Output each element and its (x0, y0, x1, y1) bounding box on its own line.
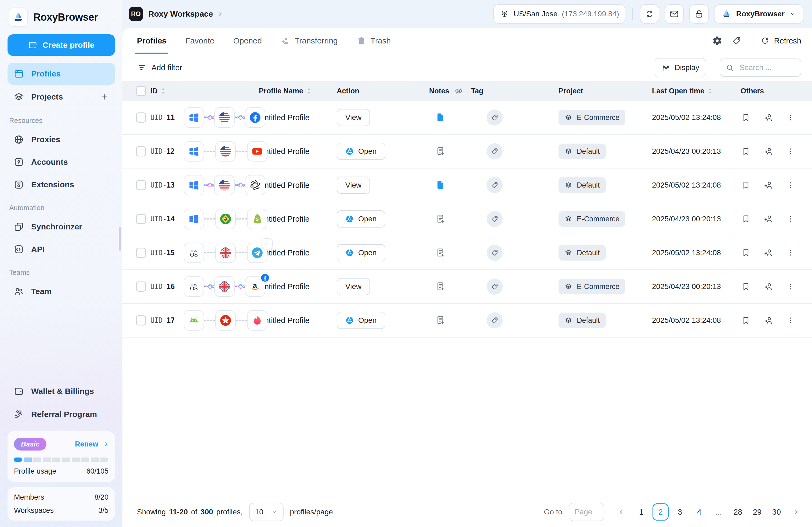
view-profile-button[interactable]: View (337, 177, 370, 194)
prev-page-button[interactable] (618, 508, 625, 516)
transfer-button[interactable] (764, 282, 773, 291)
lock-button[interactable] (689, 4, 709, 24)
add-note-icon[interactable] (435, 146, 446, 157)
select-all-checkbox[interactable] (136, 86, 146, 96)
bookmark-button[interactable] (741, 113, 751, 122)
more-actions-button[interactable] (786, 113, 795, 122)
sync-button[interactable] (640, 4, 659, 24)
transfer-button[interactable] (764, 316, 773, 325)
sidebar-item-proxies[interactable]: Proxies (8, 129, 115, 151)
project-badge[interactable]: E-Commerce (559, 211, 625, 227)
tab-favorite[interactable]: Favorite (185, 28, 214, 54)
row-checkbox[interactable] (136, 146, 146, 156)
more-actions-button[interactable] (786, 249, 795, 257)
row-checkbox[interactable] (136, 315, 146, 326)
goto-page-input[interactable] (569, 503, 604, 521)
add-tag-button[interactable] (487, 177, 503, 193)
sort-id-icon[interactable] (161, 87, 166, 95)
refresh-button[interactable]: Refresh (760, 36, 801, 45)
sidebar-item-team[interactable]: Team (8, 281, 115, 302)
proxy-location-button[interactable]: US/San Jose (173.249.199.84) (493, 4, 626, 24)
tab-profiles[interactable]: Profiles (137, 28, 166, 54)
sidebar-item-projects[interactable]: Projects (8, 86, 115, 108)
project-badge[interactable]: E-Commerce (559, 279, 625, 295)
bookmark-button[interactable] (741, 248, 751, 258)
page-button-4[interactable]: 4 (691, 503, 707, 521)
add-filter-button[interactable]: Add filter (137, 63, 182, 73)
transfer-button[interactable] (764, 113, 773, 122)
create-profile-button[interactable]: Create profile (8, 34, 115, 56)
tab-transferring[interactable]: Transferring (280, 28, 338, 54)
project-badge[interactable]: Default (559, 313, 606, 328)
project-badge[interactable]: Default (559, 245, 606, 260)
page-button-30[interactable]: 30 (768, 503, 785, 521)
view-profile-button[interactable]: View (337, 278, 370, 295)
page-size-select[interactable]: 10 (249, 503, 284, 521)
page-button-2[interactable]: 2 (653, 503, 669, 521)
eye-off-icon[interactable] (454, 86, 463, 95)
sidebar-item-referral-program[interactable]: Referral Program (8, 403, 115, 425)
sidebar-item-wallet-billings[interactable]: Wallet & Billings (8, 380, 115, 402)
page-button-1[interactable]: 1 (633, 503, 649, 521)
bookmark-button[interactable] (741, 180, 751, 190)
tags-icon[interactable] (731, 36, 742, 46)
more-actions-button[interactable] (786, 181, 795, 190)
row-checkbox[interactable] (136, 282, 146, 292)
project-badge[interactable]: E-Commerce (559, 110, 625, 125)
transfer-button[interactable] (764, 180, 773, 190)
tab-opened[interactable]: Opened (233, 28, 262, 54)
sidebar-item-accounts[interactable]: Accounts (8, 151, 115, 173)
add-note-icon[interactable] (435, 281, 446, 292)
bookmark-button[interactable] (741, 147, 751, 156)
open-profile-button[interactable]: Open (337, 143, 385, 160)
add-tag-button[interactable] (487, 143, 503, 160)
add-tag-button[interactable] (487, 278, 503, 295)
page-ellipsis[interactable]: ... (710, 503, 727, 521)
add-project-icon[interactable] (100, 93, 109, 101)
sidebar-item-profiles[interactable]: Profiles (8, 63, 115, 85)
inbox-button[interactable] (665, 4, 684, 24)
workspace-avatar[interactable]: RO (129, 7, 143, 21)
row-checkbox[interactable] (136, 180, 146, 190)
project-badge[interactable]: Default (559, 144, 606, 159)
account-menu-button[interactable]: RoxyBrowser (714, 4, 803, 24)
transfer-button[interactable] (764, 147, 773, 156)
add-tag-button[interactable] (487, 211, 503, 227)
open-profile-button[interactable]: Open (337, 312, 385, 329)
more-actions-button[interactable] (786, 282, 795, 291)
row-checkbox[interactable] (136, 248, 146, 258)
sidebar-item-api[interactable]: API (8, 238, 115, 260)
transfer-button[interactable] (764, 214, 773, 224)
view-profile-button[interactable]: View (337, 109, 370, 126)
page-button-3[interactable]: 3 (672, 503, 688, 521)
more-actions-button[interactable] (786, 316, 795, 325)
row-checkbox[interactable] (136, 112, 146, 123)
add-tag-button[interactable] (487, 312, 503, 328)
search-input[interactable] (738, 63, 794, 73)
display-button[interactable]: Display (655, 58, 706, 77)
sort-name-icon[interactable] (306, 87, 311, 95)
workspace-name[interactable]: Roxy Workspace (148, 10, 213, 18)
project-badge[interactable]: Default (559, 177, 606, 193)
add-note-icon[interactable] (435, 315, 446, 326)
row-checkbox[interactable] (136, 214, 146, 224)
sort-last-open-icon[interactable] (708, 87, 712, 95)
tab-trash[interactable]: Trash (357, 28, 391, 54)
more-actions-button[interactable] (786, 215, 795, 223)
add-tag-button[interactable] (487, 109, 503, 125)
page-button-28[interactable]: 28 (730, 503, 746, 521)
sidebar-scrollbar[interactable] (119, 227, 121, 251)
page-button-29[interactable]: 29 (749, 503, 765, 521)
add-note-icon[interactable] (435, 213, 446, 225)
bookmark-button[interactable] (741, 282, 751, 291)
add-tag-button[interactable] (487, 245, 503, 261)
renew-link[interactable]: Renew (75, 440, 108, 448)
chevron-right-icon[interactable] (217, 10, 224, 18)
open-profile-button[interactable]: Open (337, 210, 385, 228)
note-icon[interactable] (435, 112, 446, 123)
open-profile-button[interactable]: Open (337, 244, 385, 261)
more-actions-button[interactable] (786, 147, 795, 156)
bookmark-button[interactable] (741, 214, 751, 224)
sidebar-item-extensions[interactable]: Extensions (8, 174, 115, 196)
note-icon[interactable] (435, 180, 446, 191)
